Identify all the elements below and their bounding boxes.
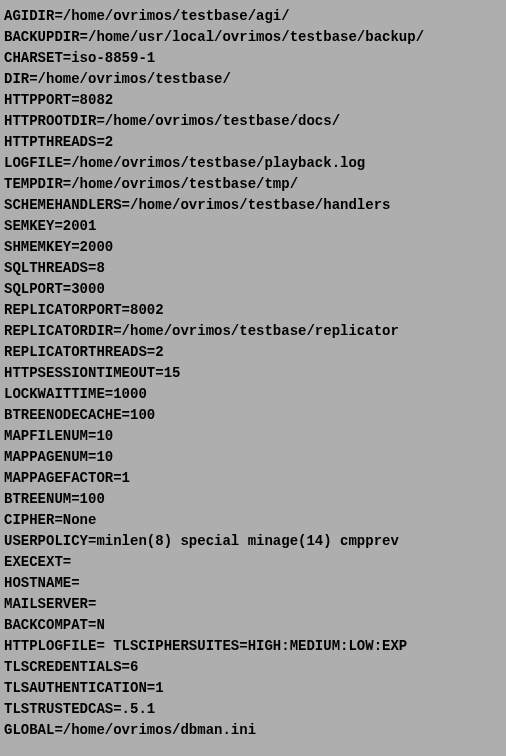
config-line: REPLICATORDIR=/home/ovrimos/testbase/rep…	[4, 321, 502, 342]
config-line: SQLPORT=3000	[4, 279, 502, 300]
config-line: HOSTNAME=	[4, 573, 502, 594]
config-line: TLSCREDENTIALS=6	[4, 657, 502, 678]
config-line: TLSTRUSTEDCAS=.5.1	[4, 699, 502, 720]
config-line: USERPOLICY=minlen(8) special minage(14) …	[4, 531, 502, 552]
config-line: MAILSERVER=	[4, 594, 502, 615]
config-line: EXECEXT=	[4, 552, 502, 573]
config-line: MAPFILENUM=10	[4, 426, 502, 447]
config-file-lines: AGIDIR=/home/ovrimos/testbase/agi/BACKUP…	[4, 6, 502, 741]
config-line: CHARSET=iso-8859-1	[4, 48, 502, 69]
config-line: HTTPPORT=8082	[4, 90, 502, 111]
config-line: SEMKEY=2001	[4, 216, 502, 237]
config-line: AGIDIR=/home/ovrimos/testbase/agi/	[4, 6, 502, 27]
config-line: BACKUPDIR=/home/usr/local/ovrimos/testba…	[4, 27, 502, 48]
config-line: SCHEMEHANDLERS=/home/ovrimos/testbase/ha…	[4, 195, 502, 216]
config-line: TLSAUTHENTICATION=1	[4, 678, 502, 699]
config-line: TEMPDIR=/home/ovrimos/testbase/tmp/	[4, 174, 502, 195]
config-line: SHMEMKEY=2000	[4, 237, 502, 258]
config-line: BTREENODECACHE=100	[4, 405, 502, 426]
config-line: DIR=/home/ovrimos/testbase/	[4, 69, 502, 90]
config-line: SQLTHREADS=8	[4, 258, 502, 279]
config-line: BACKCOMPAT=N	[4, 615, 502, 636]
config-line: HTTPLOGFILE= TLSCIPHERSUITES=HIGH:MEDIUM…	[4, 636, 502, 657]
config-line: HTTPSESSIONTIMEOUT=15	[4, 363, 502, 384]
config-line: CIPHER=None	[4, 510, 502, 531]
config-line: HTTPTHREADS=2	[4, 132, 502, 153]
config-line: LOCKWAITTIME=1000	[4, 384, 502, 405]
config-line: REPLICATORTHREADS=2	[4, 342, 502, 363]
config-line: REPLICATORPORT=8002	[4, 300, 502, 321]
config-line: GLOBAL=/home/ovrimos/dbman.ini	[4, 720, 502, 741]
config-line: MAPPAGEFACTOR=1	[4, 468, 502, 489]
config-line: MAPPAGENUM=10	[4, 447, 502, 468]
config-line: BTREENUM=100	[4, 489, 502, 510]
config-line: LOGFILE=/home/ovrimos/testbase/playback.…	[4, 153, 502, 174]
config-line: HTTPROOTDIR=/home/ovrimos/testbase/docs/	[4, 111, 502, 132]
